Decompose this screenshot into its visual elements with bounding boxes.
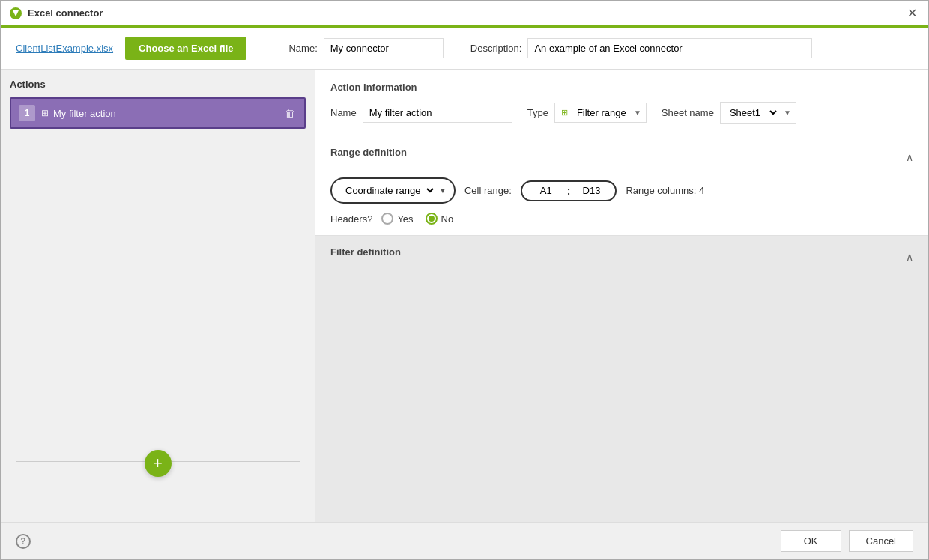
choose-file-button[interactable]: Choose an Excel file (125, 37, 246, 60)
dialog-title: Excel connector (28, 7, 103, 19)
headers-question-label: Headers? (330, 213, 372, 225)
type-label: Type (527, 107, 548, 118)
no-radio[interactable] (426, 213, 438, 225)
ok-button[interactable]: OK (781, 530, 841, 552)
action-name-label: Name (330, 107, 357, 118)
coord-range-container[interactable]: Coordinate range ▼ (330, 177, 456, 204)
bottom-buttons: OK Cancel (781, 530, 913, 552)
headers-radio-group: Yes No (381, 213, 453, 225)
filter-definition-section: Filter definition ∧ (315, 236, 928, 522)
sheet-select-container[interactable]: Sheet1 ▼ (720, 102, 796, 124)
coord-arrow-icon: ▼ (439, 186, 447, 195)
range-definition-title: Range definition (330, 147, 407, 158)
add-action-button[interactable]: + (145, 450, 172, 477)
sheet-name-group: Sheet name Sheet1 ▼ (662, 102, 796, 124)
app-icon (10, 7, 22, 19)
range-columns-label: Range columns: 4 (626, 185, 704, 196)
range-collapse-icon[interactable]: ∧ (906, 151, 913, 163)
actions-title: Actions (10, 79, 306, 90)
right-panel: Action Information Name Type ⊞ Filter ra… (315, 70, 928, 522)
sheet-name-label: Sheet name (662, 107, 714, 118)
title-bar-left: Excel connector (10, 7, 103, 19)
action-label: My filter action (53, 108, 283, 119)
cell-to-input[interactable] (576, 185, 606, 196)
description-input[interactable] (527, 38, 812, 58)
filter-collapse-icon[interactable]: ∧ (906, 251, 913, 263)
no-radio-label: No (441, 213, 454, 225)
description-label: Description: (470, 43, 522, 54)
left-panel: Actions 1 ⊞ My filter action 🗑 + (1, 70, 315, 522)
action-info-section: Action Information Name Type ⊞ Filter ra… (315, 70, 928, 136)
sheet-select-arrow-icon: ▼ (779, 105, 796, 121)
filter-section-header: Filter definition ∧ (330, 246, 913, 267)
cell-separator: : (567, 185, 571, 197)
cell-range-input-wrapper: : (521, 180, 617, 201)
name-section: Name: (288, 38, 443, 58)
sheet-select[interactable]: Sheet1 (721, 103, 779, 123)
type-select[interactable]: Filter range (574, 103, 629, 122)
close-button[interactable]: ✕ (904, 6, 919, 21)
bottom-bar: ? OK Cancel (1, 522, 928, 559)
yes-radio[interactable] (381, 213, 393, 225)
cell-range-label: Cell range: (464, 185, 512, 196)
cancel-button[interactable]: Cancel (849, 530, 913, 552)
yes-radio-label: Yes (397, 213, 413, 225)
file-link[interactable]: ClientListExample.xlsx (16, 43, 113, 54)
main-content: Actions 1 ⊞ My filter action 🗑 + Action … (1, 70, 928, 522)
range-definition-section: Range definition ∧ Coordinate range ▼ Ce… (315, 136, 928, 236)
type-group: Type ⊞ Filter range ▼ (527, 103, 647, 123)
action-name-input[interactable] (363, 103, 512, 123)
type-select-container[interactable]: ⊞ Filter range ▼ (554, 103, 647, 123)
title-bar: Excel connector ✕ (1, 1, 928, 28)
range-section-header: Range definition ∧ (330, 147, 913, 167)
type-select-arrow-icon: ▼ (629, 105, 646, 121)
action-info-row: Name Type ⊞ Filter range ▼ (330, 102, 913, 124)
name-label: Name: (288, 43, 317, 54)
filter-definition-title: Filter definition (330, 246, 401, 258)
filter-type-icon: ⊞ (555, 104, 574, 121)
filter-icon: ⊞ (41, 108, 49, 118)
headers-row: Headers? Yes No (330, 213, 913, 225)
action-item[interactable]: 1 ⊞ My filter action 🗑 (10, 97, 306, 129)
action-info-title: Action Information (330, 82, 913, 93)
no-radio-item[interactable]: No (426, 213, 454, 225)
action-delete-button[interactable]: 🗑 (283, 107, 297, 119)
description-section: Description: (470, 38, 913, 58)
excel-connector-dialog: Excel connector ✕ ClientListExample.xlsx… (0, 0, 929, 560)
action-number: 1 (19, 105, 35, 121)
help-button[interactable]: ? (16, 534, 31, 549)
yes-radio-item[interactable]: Yes (381, 213, 413, 225)
connector-name-input[interactable] (324, 38, 444, 58)
action-name-group: Name (330, 103, 512, 123)
range-row: Coordinate range ▼ Cell range: : Range c… (330, 177, 913, 204)
coord-range-select[interactable]: Coordinate range (339, 182, 436, 199)
cell-from-input[interactable] (531, 185, 561, 196)
top-section: ClientListExample.xlsx Choose an Excel f… (1, 28, 928, 70)
